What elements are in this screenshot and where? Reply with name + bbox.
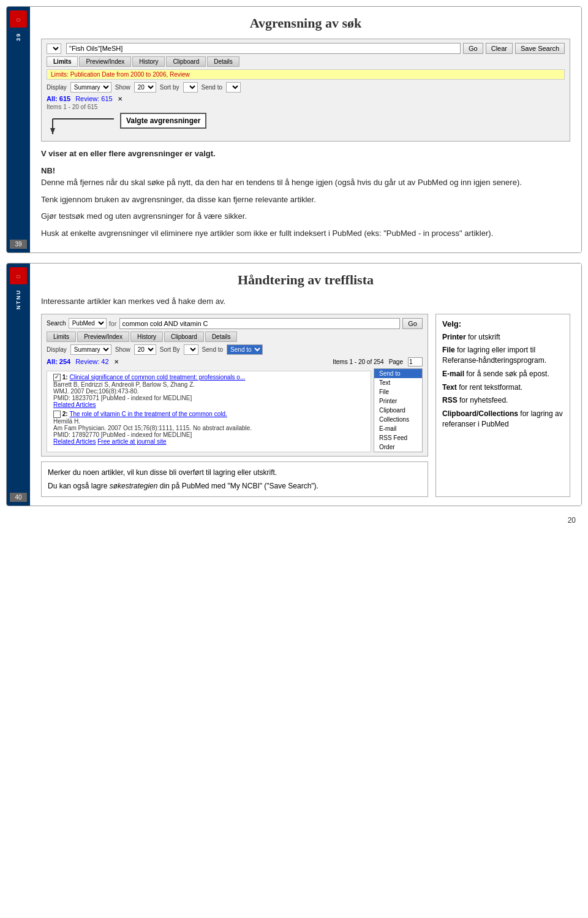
tab-history[interactable]: History <box>132 56 165 67</box>
search-label2: Search <box>47 320 66 327</box>
result1-checkbox[interactable] <box>53 374 62 381</box>
result2-title[interactable]: The role of vitamin C in the treatment o… <box>69 411 227 417</box>
slide2-sendto-select[interactable]: Send to <box>227 344 263 355</box>
velg-clipboard-term: Clipboard/Collections <box>442 409 518 418</box>
velg-clipboard: Clipboard/Collections for lagring av ref… <box>442 409 564 430</box>
result2-related[interactable]: Related Articles <box>53 438 96 445</box>
display-select[interactable]: Summary <box>70 82 111 93</box>
bottom-box-left: Merker du noen artikler, vil kun disse b… <box>41 461 428 497</box>
body-remember: Husk at enkelte avgrensninger vil elimin… <box>41 227 570 240</box>
slide2-pubmed: Search PubMed for Go Limits Preview/Inde… <box>41 314 428 457</box>
save-search-button[interactable]: Save Search <box>515 43 565 54</box>
pubmed-db-select[interactable]: PubMed <box>69 318 107 328</box>
dropdown-rss[interactable]: RSS Feed <box>374 433 422 442</box>
result2-cb <box>53 411 61 418</box>
slide2-sort-select[interactable] <box>184 344 198 355</box>
result-item-2: 2: The role of vitamin C in the treatmen… <box>51 411 367 445</box>
slide2-page-input[interactable] <box>408 357 423 366</box>
slide2-search-input[interactable] <box>119 318 401 329</box>
dropdown-clipboard[interactable]: Clipboard <box>374 406 422 415</box>
slide2-intro: Interessante artikler kan merkes ved å h… <box>41 295 570 308</box>
dropdown-collections[interactable]: Collections <box>374 415 422 424</box>
send-to-select[interactable] <box>226 82 241 93</box>
nb-text: NB! Denne må fjernes når du skal søke på… <box>41 165 570 189</box>
slide2-show-select[interactable]: 20 <box>134 344 156 355</box>
slide2-display-select[interactable]: Summary <box>70 344 111 355</box>
annotation-label: Valgte avgrensninger <box>120 113 206 129</box>
slide2-display-label: Display <box>47 346 67 353</box>
slide2-page-label: Page <box>389 358 403 365</box>
tab-clipboard[interactable]: Clipboard <box>166 56 206 67</box>
dropdown-file[interactable]: File <box>374 387 422 396</box>
dropdown-email[interactable]: E-mail <box>374 424 422 433</box>
bottom-text2: Du kan også lagre søkestrategien din på … <box>48 480 421 491</box>
pubmed-search-type[interactable] <box>47 44 61 54</box>
show-select[interactable]: 20 <box>134 82 156 93</box>
velg-label: Velg: <box>442 319 564 328</box>
slide2-tab-clipboard[interactable]: Clipboard <box>164 332 204 342</box>
velg-file: File for lagring eller import til Refera… <box>442 345 564 366</box>
slide2-search-row: Search PubMed for Go <box>47 318 423 329</box>
result2-num: 2: <box>62 411 70 417</box>
result2-pmid: PMID: 17892770 [PubMed - indexed for MED… <box>53 431 192 438</box>
body2-text: Tenk igjennom bruken av avgrensninger, d… <box>41 194 570 206</box>
slide2-tab-preview[interactable]: Preview/Index <box>77 332 129 342</box>
result1-cb-checked <box>53 374 61 381</box>
ntnu-brand-text: 39 <box>15 32 21 41</box>
bottom-sokestrategien: søkestrategien <box>110 482 158 490</box>
result2-authors: Hemilä H. <box>53 418 80 425</box>
tab-preview-index[interactable]: Preview/Index <box>79 56 131 67</box>
slide2-tab-details[interactable]: Details <box>205 332 238 342</box>
velg-email: E-mail for å sende søk på epost. <box>442 369 564 379</box>
velg-email-term: E-mail <box>442 370 464 378</box>
velg-printer: Printer for utskrift <box>442 332 564 343</box>
slide2-sort-label: Sort By <box>160 346 180 353</box>
body-test: Gjør testsøk med og uten avgrensninger f… <box>41 210 570 222</box>
body-checkmark: V viser at en eller flere avgrensninger … <box>41 148 570 160</box>
go-button[interactable]: Go <box>463 43 483 54</box>
slide1-card: □ 39 39 Avgrensning av søk Go Clear <box>6 6 582 253</box>
slide2-results-and-dropdown: 1: Clinical significance of common cold … <box>47 368 423 452</box>
sort-by-label: Sort by <box>160 84 179 91</box>
velg-file-term: File <box>442 346 455 354</box>
slide2-all-count: All: 254 <box>47 358 70 365</box>
result1-related[interactable]: Related Articles <box>53 401 96 408</box>
velg-rss: RSS for nyhetsfeed. <box>442 395 564 406</box>
result2-journal: Am Fam Physician. 2007 Oct 15;76(8):1111… <box>53 425 252 431</box>
slide2-go-button[interactable]: Go <box>402 318 423 329</box>
result2-checkbox[interactable] <box>53 411 62 417</box>
bottom-text1: Merker du noen artikler, vil kun disse b… <box>48 467 421 478</box>
body-think: Tenk igjennom bruken av avgrensninger, d… <box>41 194 570 206</box>
sendto-dropdown-overlay: Send to Text File Printer Clipboard Coll… <box>374 368 423 452</box>
sort-select[interactable] <box>183 82 198 93</box>
slide1-sidebar: □ 39 39 <box>7 7 30 252</box>
nb-label: NB! <box>41 166 55 175</box>
slide1-pubmed-interface: Go Clear Save Search Limits Preview/Inde… <box>41 39 570 142</box>
checkmark-text: V viser at en eller flere avgrensninger … <box>41 148 570 160</box>
slide2-tab-history[interactable]: History <box>130 332 163 342</box>
slide2-two-col: Search PubMed for Go Limits Preview/Inde… <box>41 314 570 497</box>
dropdown-order[interactable]: Order <box>374 442 422 452</box>
tab-details[interactable]: Details <box>207 56 239 67</box>
velg-rss-term: RSS <box>442 396 458 404</box>
search-row: Go Clear Save Search <box>47 43 565 54</box>
slide2-tab-limits[interactable]: Limits <box>47 332 76 342</box>
result1-pmid: PMID: 18237071 [PubMed - indexed for MED… <box>53 395 192 401</box>
annotation-arrow <box>47 113 120 137</box>
dropdown-text[interactable]: Text <box>374 378 422 387</box>
svg-text:□: □ <box>17 17 20 23</box>
slide1-content: Avgrensning av søk Go Clear Save Search … <box>30 7 581 252</box>
items-label: Items 1 - 20 of 615 <box>47 104 565 110</box>
result1-title[interactable]: Clinical significance of common cold tre… <box>69 374 245 381</box>
tab-limits[interactable]: Limits <box>47 56 78 67</box>
clear-button[interactable]: Clear <box>486 43 513 54</box>
svg-text:□: □ <box>17 274 20 279</box>
dropdown-printer[interactable]: Printer <box>374 396 422 406</box>
result2-free-article[interactable]: Free article at journal site <box>97 438 166 445</box>
limits-bar: Limits: Publication Date from 2000 to 20… <box>47 69 565 80</box>
pubmed-search-input[interactable] <box>66 43 461 54</box>
result1-num: 1: <box>62 374 70 381</box>
page-number: 20 <box>6 516 582 528</box>
dropdown-send-to[interactable]: Send to <box>374 369 422 378</box>
review-count: Review: 615 <box>75 95 113 102</box>
